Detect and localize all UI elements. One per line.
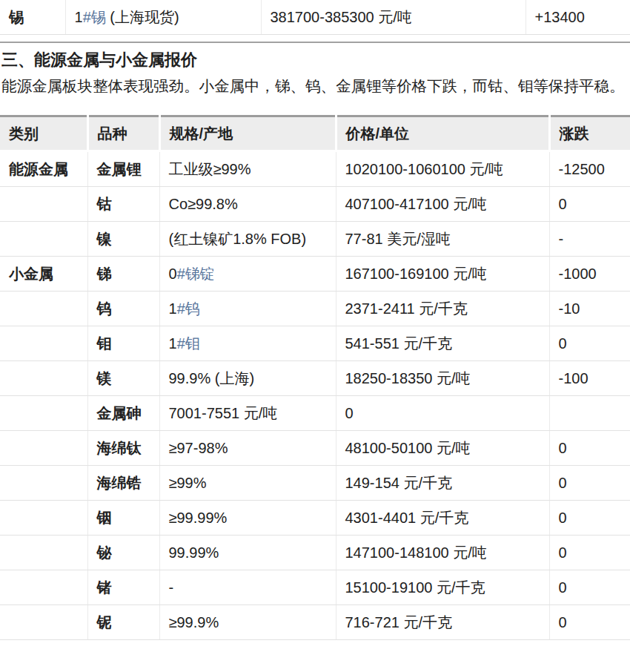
table-row: 锡 1#锡 (上海现货) 381700-385300 元/吨 +13400 bbox=[0, 0, 630, 35]
price-cell: 541-551 元/千克 bbox=[336, 326, 549, 361]
previous-table-partial: 锡 1#锡 (上海现货) 381700-385300 元/吨 +13400 bbox=[0, 0, 630, 35]
table-row: 铟≥99.99%4301-4401 元/千克0 bbox=[0, 501, 630, 536]
price-cell: 48100-50100 元/吨 bbox=[336, 431, 549, 466]
header-price: 价格/单位 bbox=[336, 116, 549, 151]
category-cell: 能源金属 bbox=[0, 151, 87, 187]
variety-cell: 钼 bbox=[87, 326, 159, 361]
category-cell bbox=[0, 326, 87, 361]
spec-cell: 7001-7551 元/吨 bbox=[159, 396, 336, 431]
price-cell: 15100-19100 元/千克 bbox=[336, 570, 549, 605]
category-cell bbox=[0, 570, 87, 605]
change-cell bbox=[549, 396, 630, 431]
table-row: 铋99.99%147100-148100 元/吨0 bbox=[0, 536, 630, 570]
spec-cell: 99.9% (上海) bbox=[159, 361, 336, 396]
table-row: 金属砷7001-7551 元/吨0 bbox=[0, 396, 630, 431]
change-cell: 0 bbox=[549, 326, 630, 361]
table-row: 钨1#钨2371-2411 元/千克-10 bbox=[0, 291, 630, 326]
change-cell: -1000 bbox=[549, 257, 630, 291]
section-heading: 三、能源金属与小金属报价 bbox=[1, 50, 630, 70]
category-cell bbox=[0, 361, 87, 396]
change-cell: 0 bbox=[549, 605, 630, 640]
variety-cell: 锑 bbox=[87, 257, 159, 291]
table-row: 铌≥99.9%716-721 元/千克0 bbox=[0, 605, 630, 640]
category-cell bbox=[0, 396, 87, 431]
table-row: 镍(红土镍矿1.8% FOB)77-81 美元/湿吨- bbox=[0, 222, 630, 257]
category-cell bbox=[0, 605, 87, 640]
change-cell: -12500 bbox=[549, 151, 630, 187]
change-cell: 0 bbox=[549, 536, 630, 570]
table-row: 镁99.9% (上海)18250-18350 元/吨-100 bbox=[0, 361, 630, 396]
variety-cell: 铌 bbox=[87, 605, 159, 640]
variety-cell: 镁 bbox=[87, 361, 159, 396]
table-row: 钴Co≥99.8%407100-417100 元/吨0 bbox=[0, 187, 630, 222]
category-cell bbox=[0, 431, 87, 466]
spec-cell: ≥99% bbox=[159, 466, 336, 501]
category-cell bbox=[0, 187, 87, 222]
change-cell: 0 bbox=[549, 431, 630, 466]
header-variety: 品种 bbox=[87, 116, 159, 151]
price-cell: 147100-148100 元/吨 bbox=[336, 536, 549, 570]
change-cell: -100 bbox=[549, 361, 630, 396]
change-cell: 0 bbox=[549, 570, 630, 605]
variety-cell: 海绵钛 bbox=[87, 431, 159, 466]
variety-cell: 金属砷 bbox=[87, 396, 159, 431]
spec-cell: 1#钨 bbox=[159, 291, 336, 326]
spec-cell: 工业级≥99% bbox=[159, 151, 336, 187]
spec-link[interactable]: #钨 bbox=[177, 300, 200, 317]
spec-cell: 1#钼 bbox=[159, 326, 336, 361]
category-cell: 锡 bbox=[0, 0, 65, 35]
variety-cell: 钴 bbox=[87, 187, 159, 222]
report-page: 锡 1#锡 (上海现货) 381700-385300 元/吨 +13400 三、… bbox=[0, 0, 630, 672]
category-cell bbox=[0, 536, 87, 570]
header-row: 类别 品种 规格/产地 价格/单位 涨跌 bbox=[0, 116, 630, 151]
spec-prefix: 1 bbox=[169, 335, 177, 352]
section-divider bbox=[0, 42, 630, 43]
spec-cell: Co≥99.8% bbox=[159, 187, 336, 222]
price-cell: 77-81 美元/湿吨 bbox=[336, 222, 549, 257]
spec-link[interactable]: #锡 bbox=[83, 9, 106, 25]
spec-cell: (红土镍矿1.8% FOB) bbox=[159, 222, 336, 257]
price-cell: 2371-2411 元/千克 bbox=[336, 291, 549, 326]
spec-cell: 1#锡 (上海现货) bbox=[65, 0, 261, 35]
variety-cell: 钨 bbox=[87, 291, 159, 326]
spec-prefix: 1 bbox=[169, 300, 177, 317]
table-row: 钼1#钼541-551 元/千克0 bbox=[0, 326, 630, 361]
change-cell: 0 bbox=[549, 466, 630, 501]
section-paragraph: 能源金属板块整体表现强劲。小金属中，锑、钨、金属锂等价格下跌，而钴、钼等保持平稳… bbox=[1, 72, 630, 99]
metals-table-head: 类别 品种 规格/产地 价格/单位 涨跌 bbox=[0, 116, 630, 151]
price-cell: 0 bbox=[336, 396, 549, 431]
table-row: 能源金属金属锂工业级≥99%1020100-1060100 元/吨-12500 bbox=[0, 151, 630, 187]
variety-cell: 铟 bbox=[87, 501, 159, 536]
spec-link[interactable]: #钼 bbox=[177, 335, 200, 352]
table-row: 小金属锑0#锑锭167100-169100 元/吨-1000 bbox=[0, 257, 630, 291]
metals-table: 类别 品种 规格/产地 价格/单位 涨跌 能源金属金属锂工业级≥99%10201… bbox=[0, 115, 630, 640]
table-row: 锗-15100-19100 元/千克0 bbox=[0, 570, 630, 605]
price-cell: 1020100-1060100 元/吨 bbox=[336, 151, 549, 187]
spec-prefix: 0 bbox=[169, 266, 177, 282]
spec-cell: ≥97-98% bbox=[159, 431, 336, 466]
category-cell bbox=[0, 222, 87, 257]
variety-cell: 金属锂 bbox=[87, 151, 159, 187]
spec-suffix: (上海现货) bbox=[106, 9, 179, 25]
spec-cell: 0#锑锭 bbox=[159, 257, 336, 291]
variety-cell: 镍 bbox=[87, 222, 159, 257]
spec-cell: ≥99.9% bbox=[159, 605, 336, 640]
category-cell bbox=[0, 291, 87, 326]
change-cell: 0 bbox=[549, 187, 630, 222]
variety-cell: 海绵锆 bbox=[87, 466, 159, 501]
change-cell: +13400 bbox=[525, 0, 630, 35]
price-cell: 149-154 元/千克 bbox=[336, 466, 549, 501]
table-row: 海绵钛≥97-98%48100-50100 元/吨0 bbox=[0, 431, 630, 466]
spec-cell: 99.99% bbox=[159, 536, 336, 570]
change-cell: 0 bbox=[549, 501, 630, 536]
spec-link[interactable]: #锑锭 bbox=[177, 266, 215, 282]
price-cell: 716-721 元/千克 bbox=[336, 605, 549, 640]
header-spec: 规格/产地 bbox=[159, 116, 336, 151]
price-cell: 167100-169100 元/吨 bbox=[336, 257, 549, 291]
spec-prefix: 1 bbox=[75, 9, 83, 25]
change-cell: -10 bbox=[549, 291, 630, 326]
header-category: 类别 bbox=[0, 116, 87, 151]
metals-table-body: 能源金属金属锂工业级≥99%1020100-1060100 元/吨-12500钴… bbox=[0, 151, 630, 640]
variety-cell: 锗 bbox=[87, 570, 159, 605]
spec-cell: ≥99.99% bbox=[159, 501, 336, 536]
